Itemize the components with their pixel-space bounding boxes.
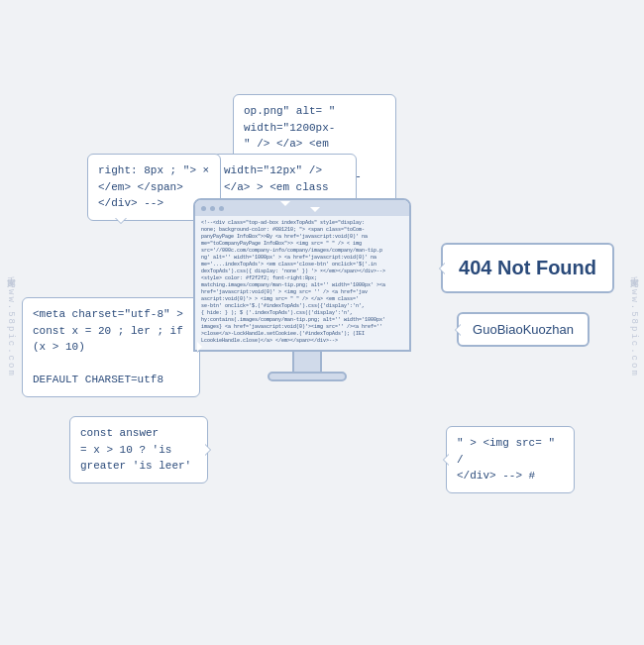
dot-2 bbox=[210, 206, 215, 211]
bubble-bottom-left-text: const answer = x > 10 ? 'is greater 'is … bbox=[80, 427, 191, 472]
monitor-screen: <!--<div class="top-ad-box indexTopAds" … bbox=[193, 198, 411, 352]
watermark-left: 千库网 www.58pic.com bbox=[0, 265, 21, 381]
bubble-mid-left-text: <meta charset="utf-8" > const x = 20 ; l… bbox=[33, 308, 183, 385]
bubble-404: 404 Not Found bbox=[441, 243, 614, 293]
bubble-bottom-right: " > <img src= " / </div> --> # bbox=[446, 426, 575, 493]
dot-1 bbox=[201, 206, 206, 211]
monitor-titlebar bbox=[195, 200, 409, 216]
bubble-top-center: width="12px" /> </a> > <em class bbox=[213, 154, 357, 204]
monitor-base bbox=[268, 372, 347, 381]
bubble-top-center-text: width="12px" /> </a> > <em class bbox=[224, 164, 329, 193]
bubble-bottom-left: const answer = x > 10 ? 'is greater 'is … bbox=[69, 416, 208, 484]
monitor: <!--<div class="top-ad-box indexTopAds" … bbox=[193, 198, 421, 396]
error-404-text: 404 Not Found bbox=[459, 257, 596, 278]
monitor-content: <!--<div class="top-ad-box indexTopAds" … bbox=[195, 216, 409, 350]
bubble-bottom-right-text: " > <img src= " / </div> --> # bbox=[457, 437, 555, 482]
bubble-guobiao: GuoBiaoKuozhan bbox=[457, 312, 590, 347]
guobiao-text: GuoBiaoKuozhan bbox=[473, 322, 574, 337]
monitor-neck bbox=[292, 352, 322, 372]
watermark-right: 千库网 www.58pic.com bbox=[623, 265, 644, 381]
bubble-mid-left: <meta charset="utf-8" > const x = 20 ; l… bbox=[22, 297, 200, 397]
dot-3 bbox=[219, 206, 224, 211]
